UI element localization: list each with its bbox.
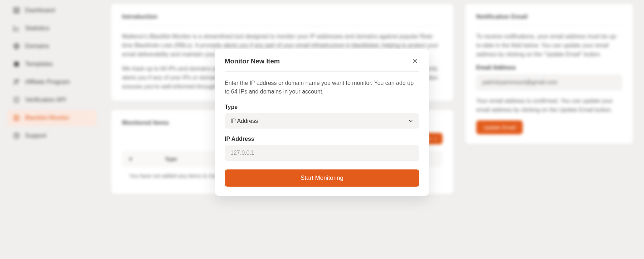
- modal-backdrop[interactable]: Monitor New Item Enter the IP address or…: [0, 0, 644, 259]
- close-button[interactable]: [411, 57, 419, 66]
- ip-address-input[interactable]: [225, 145, 419, 161]
- button-label: Start Monitoring: [301, 174, 343, 181]
- ip-label: IP Address: [225, 136, 419, 142]
- close-icon: [412, 58, 418, 64]
- type-label: Type: [225, 104, 419, 110]
- modal-title: Monitor New Item: [225, 57, 280, 65]
- type-select-wrap[interactable]: IP Address: [225, 113, 419, 129]
- start-monitoring-button[interactable]: Start Monitoring: [225, 169, 419, 187]
- modal-description: Enter the IP address or domain name you …: [225, 79, 419, 96]
- type-select[interactable]: IP Address: [225, 113, 419, 129]
- monitor-new-item-modal: Monitor New Item Enter the IP address or…: [215, 49, 429, 196]
